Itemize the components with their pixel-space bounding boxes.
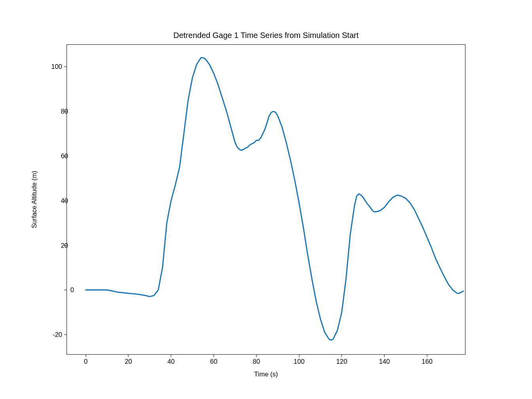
xtick-label: 140 (379, 358, 390, 365)
xtick-mark (256, 355, 256, 357)
xtick-label: 120 (336, 358, 348, 365)
ytick-label: 0 (57, 286, 74, 294)
xtick-label: 80 (253, 358, 260, 365)
xtick-label: 40 (167, 358, 175, 365)
xtick-label: 100 (294, 358, 305, 365)
ytick-label: 40 (51, 197, 68, 204)
xtick-mark (86, 355, 86, 357)
xtick-label: 60 (210, 358, 217, 365)
ytick-label: -20 (45, 331, 62, 338)
xtick-label: 20 (125, 358, 132, 365)
xtick-mark (427, 355, 427, 357)
ytick-label: 100 (45, 63, 62, 70)
xtick-mark (299, 355, 299, 357)
ytick-label: 80 (51, 108, 68, 115)
xtick-mark (213, 355, 214, 357)
ytick-label: 60 (51, 152, 68, 160)
xtick-mark (384, 355, 385, 357)
y-axis-label: Surface Altitude (m) (30, 171, 38, 228)
ytick-label: 20 (51, 241, 68, 249)
chart-container: Detrended Gage 1 Time Series from Simula… (0, 0, 532, 399)
xtick-mark (128, 355, 129, 357)
xtick-label: 0 (84, 358, 87, 365)
xtick-label: 160 (422, 358, 433, 365)
xtick-mark (342, 355, 342, 357)
ytick-mark (64, 66, 66, 67)
ytick-mark (64, 334, 66, 335)
xtick-mark (171, 355, 171, 357)
x-axis-label: Time (s) (66, 370, 466, 378)
chart-title: Detrended Gage 1 Time Series from Simula… (0, 31, 532, 40)
line-series (66, 44, 466, 355)
